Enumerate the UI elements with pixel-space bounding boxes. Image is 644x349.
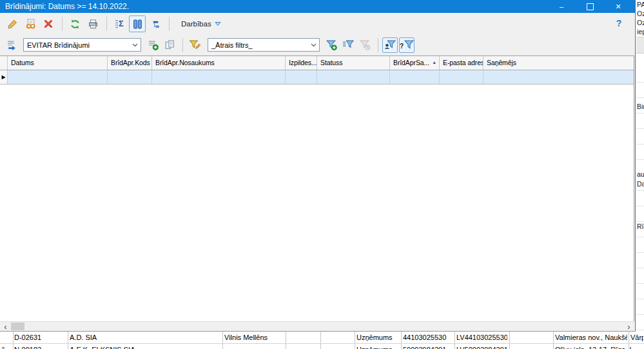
cell-regno: 44103025530: [403, 333, 453, 343]
dropdown-triangle-icon: [215, 21, 221, 26]
row-indicator-icon: ▶: [0, 70, 8, 84]
clear-filter-button[interactable]: [357, 37, 373, 53]
selected-row[interactable]: ▶: [0, 70, 634, 85]
columns-view-button[interactable]: [129, 15, 146, 32]
maximize-icon: [587, 3, 594, 10]
cell-address: Valmieras nov., Naukšē...: [555, 333, 627, 343]
help-button[interactable]: ?: [612, 16, 626, 30]
main-toolbar: Σ Darbības ?: [0, 13, 635, 35]
toolbar-separator: [378, 38, 378, 52]
column-header-izpildes[interactable]: Izpildes...: [286, 56, 317, 70]
column-header-epasta[interactable]: E-pasta adrese: [440, 56, 483, 70]
list-add-icon: [148, 39, 159, 50]
column-header-bridaprsa[interactable]: BrīdAprSa... ▲: [390, 56, 440, 70]
cell-datums: [8, 70, 108, 84]
maximize-button[interactable]: [576, 0, 604, 13]
toolbar-separator: [62, 17, 63, 31]
edge-text-fragment: Ozo: [637, 10, 644, 17]
cell-contact: Vilnis Mellēns: [224, 333, 284, 343]
scrollbar-thumb[interactable]: [11, 323, 24, 330]
cell-code: N-00183: [14, 345, 66, 349]
edit-filter-button[interactable]: [187, 37, 202, 53]
grid-vline: [320, 332, 321, 349]
actions-label: Darbības: [181, 20, 211, 28]
query-filter-button[interactable]: ?: [399, 37, 415, 53]
background-window-right-edge: PA Ozo Ozo iep Birz aul Dair Rīga: [636, 0, 644, 332]
close-button[interactable]: ✕: [604, 0, 632, 13]
cell-name: A.D. SIA: [70, 333, 219, 343]
glasses-document-icon: [25, 19, 36, 30]
row-separator: [0, 343, 644, 344]
funnel-clear-icon: [359, 39, 371, 50]
refresh-button[interactable]: [66, 15, 83, 32]
column-header-datums[interactable]: Datums: [8, 56, 108, 70]
cell-vatno: LV44103025530: [456, 333, 507, 343]
grid-vline: [401, 332, 402, 349]
copy-views-button[interactable]: [162, 37, 177, 53]
title-bar[interactable]: Brīdinājumi: Datums >= 14.10.2022. – ✕: [0, 0, 635, 13]
columns-icon: [132, 19, 143, 30]
preview-button[interactable]: [22, 15, 39, 32]
print-button[interactable]: [84, 15, 101, 32]
header-indicator: [0, 56, 8, 70]
chevron-down-icon: [132, 43, 138, 47]
scroll-left-icon: ‹: [4, 323, 6, 331]
column-header-kods[interactable]: BrīdApr.Kods: [108, 56, 152, 70]
chevron-down-icon: [311, 43, 317, 47]
warnings-grid: Datums BrīdApr.Kods BrīdApr.Nosaukums Iz…: [0, 55, 634, 321]
scroll-right-button[interactable]: ›: [623, 322, 634, 331]
sort-asc-icon: ▲: [432, 59, 436, 70]
edit-button[interactable]: [4, 15, 21, 32]
grid-vline: [553, 332, 554, 349]
minimize-button[interactable]: –: [547, 0, 576, 13]
filter-toolbar: EVITAR Brīdinājumi _Ātrais filtrs_: [0, 35, 635, 55]
scroll-left-button[interactable]: ‹: [0, 322, 11, 331]
cell-name: A.E.K. ELKSNIS SIA: [70, 345, 219, 349]
funnel-list-icon: [342, 39, 354, 50]
column-header-sanemejs[interactable]: Saņēmējs: [483, 56, 634, 70]
cell-statuss: [317, 70, 390, 84]
funnel-question-icon: ?: [400, 40, 414, 50]
filter-list-button[interactable]: [340, 37, 356, 53]
user-filter-button[interactable]: [382, 37, 398, 53]
quick-filter-combobox[interactable]: _Ātrais filtrs_: [208, 38, 320, 52]
window-controls: – ✕: [547, 0, 632, 13]
cell-type: Uzņēmums: [356, 333, 399, 343]
add-filter-button[interactable]: [324, 37, 339, 53]
screen: PA Ozo Ozo iep Birz aul Dair Rīga D-0263…: [0, 0, 644, 349]
totals-button[interactable]: Σ: [111, 15, 128, 32]
funnel-edit-icon: [189, 39, 200, 50]
actions-menu[interactable]: Darbības: [181, 20, 221, 28]
cell-regno: 50003984391: [403, 345, 453, 349]
scroll-right-icon: ›: [627, 323, 630, 331]
add-view-button[interactable]: [145, 37, 161, 53]
edge-text-fragment: iep: [637, 28, 644, 35]
cell-address: Olīvu iela, 13-17, Rīga, L: [555, 345, 639, 349]
horizontal-scrollbar[interactable]: ‹ ›: [0, 321, 634, 331]
view-combobox[interactable]: EVITAR Brīdinājumi: [23, 38, 141, 52]
grid-vline: [286, 332, 286, 349]
edge-text-fragment: Ozo: [637, 19, 644, 26]
cell-code: D-02631: [14, 333, 66, 343]
view-combobox-value: EVITAR Brīdinājumi: [27, 41, 90, 49]
copy-lists-icon: [164, 39, 175, 50]
toolbar-separator: [106, 17, 107, 31]
cell-epasta: [440, 70, 483, 84]
grid-vline: [509, 332, 510, 349]
select-view-button[interactable]: [4, 37, 19, 53]
quick-filter-value: _Ātrais filtrs_: [211, 41, 253, 49]
hierarchy-button[interactable]: [147, 15, 164, 32]
list-arrow-icon: [6, 39, 17, 50]
cell-nosaukums: [152, 70, 286, 84]
column-header-nosaukums[interactable]: BrīdApr.Nosaukums: [152, 56, 286, 70]
cell-marker: ": [2, 345, 11, 349]
cell-kods: [108, 70, 152, 84]
delete-button[interactable]: [40, 15, 57, 32]
column-header-statuss[interactable]: Statuss: [317, 56, 390, 70]
help-icon: ?: [616, 18, 622, 28]
cell-type: Uzņēmums: [356, 345, 399, 349]
grid-vline: [222, 332, 223, 349]
cell-izpildes: [286, 70, 317, 84]
background-cell-fragment: [636, 37, 644, 54]
toolbar-separator: [182, 38, 183, 52]
